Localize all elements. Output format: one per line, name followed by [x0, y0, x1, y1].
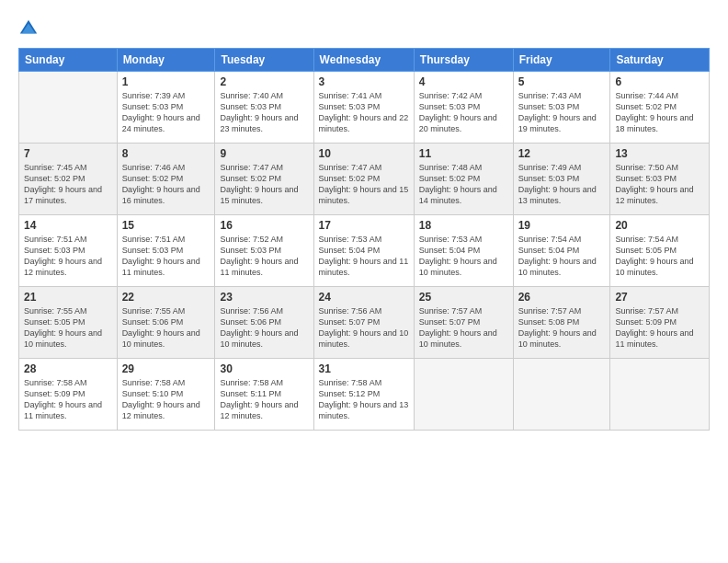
- calendar-day-cell: 27Sunrise: 7:57 AMSunset: 5:09 PMDayligh…: [610, 287, 710, 359]
- day-number: 9: [220, 147, 308, 160]
- logo: [18, 17, 41, 39]
- day-info: Sunrise: 7:44 AMSunset: 5:02 PMDaylight:…: [615, 90, 704, 135]
- day-info: Sunrise: 7:46 AMSunset: 5:02 PMDaylight:…: [122, 162, 210, 207]
- calendar-day-cell: 30Sunrise: 7:58 AMSunset: 5:11 PMDayligh…: [215, 359, 313, 431]
- calendar-week-row: 1Sunrise: 7:39 AMSunset: 5:03 PMDaylight…: [19, 72, 710, 144]
- day-info: Sunrise: 7:39 AMSunset: 5:03 PMDaylight:…: [122, 90, 210, 135]
- calendar-day-cell: 25Sunrise: 7:57 AMSunset: 5:07 PMDayligh…: [414, 287, 513, 359]
- day-number: 11: [419, 147, 508, 160]
- calendar-day-cell: [513, 359, 610, 431]
- calendar-day-cell: [19, 72, 118, 144]
- day-number: 1: [122, 75, 210, 88]
- calendar-day-cell: 28Sunrise: 7:58 AMSunset: 5:09 PMDayligh…: [19, 359, 118, 431]
- calendar-day-cell: 14Sunrise: 7:51 AMSunset: 5:03 PMDayligh…: [19, 215, 118, 287]
- day-info: Sunrise: 7:49 AMSunset: 5:03 PMDaylight:…: [518, 162, 606, 207]
- day-number: 15: [122, 219, 210, 232]
- day-info: Sunrise: 7:42 AMSunset: 5:03 PMDaylight:…: [419, 90, 508, 135]
- day-number: 28: [24, 362, 112, 375]
- calendar-week-row: 21Sunrise: 7:55 AMSunset: 5:05 PMDayligh…: [19, 287, 710, 359]
- day-info: Sunrise: 7:55 AMSunset: 5:05 PMDaylight:…: [24, 305, 112, 350]
- weekday-header: Thursday: [414, 49, 513, 72]
- day-number: 25: [419, 291, 508, 304]
- calendar-day-cell: 16Sunrise: 7:52 AMSunset: 5:03 PMDayligh…: [215, 215, 313, 287]
- calendar-day-cell: 8Sunrise: 7:46 AMSunset: 5:02 PMDaylight…: [117, 144, 215, 215]
- day-info: Sunrise: 7:47 AMSunset: 5:02 PMDaylight:…: [319, 162, 409, 207]
- calendar-day-cell: 11Sunrise: 7:48 AMSunset: 5:02 PMDayligh…: [414, 144, 513, 215]
- calendar-week-row: 7Sunrise: 7:45 AMSunset: 5:02 PMDaylight…: [19, 144, 710, 215]
- logo-icon: [18, 18, 39, 39]
- calendar-day-cell: 20Sunrise: 7:54 AMSunset: 5:05 PMDayligh…: [610, 215, 710, 287]
- weekday-header: Monday: [117, 49, 215, 72]
- weekday-header: Tuesday: [215, 49, 313, 72]
- calendar-day-cell: 26Sunrise: 7:57 AMSunset: 5:08 PMDayligh…: [513, 287, 610, 359]
- day-number: 5: [518, 75, 606, 88]
- day-number: 30: [220, 362, 308, 375]
- calendar-day-cell: 24Sunrise: 7:56 AMSunset: 5:07 PMDayligh…: [313, 287, 414, 359]
- weekday-header: Sunday: [19, 49, 118, 72]
- day-info: Sunrise: 7:54 AMSunset: 5:04 PMDaylight:…: [518, 234, 606, 279]
- header: [18, 17, 710, 39]
- day-info: Sunrise: 7:54 AMSunset: 5:05 PMDaylight:…: [615, 234, 704, 279]
- day-number: 16: [220, 219, 308, 232]
- calendar-day-cell: 15Sunrise: 7:51 AMSunset: 5:03 PMDayligh…: [117, 215, 215, 287]
- calendar-day-cell: 29Sunrise: 7:58 AMSunset: 5:10 PMDayligh…: [117, 359, 215, 431]
- day-info: Sunrise: 7:47 AMSunset: 5:02 PMDaylight:…: [220, 162, 308, 207]
- day-info: Sunrise: 7:53 AMSunset: 5:04 PMDaylight:…: [319, 234, 409, 279]
- day-number: 6: [615, 75, 704, 88]
- day-number: 8: [122, 147, 210, 160]
- day-info: Sunrise: 7:45 AMSunset: 5:02 PMDaylight:…: [24, 162, 112, 207]
- day-info: Sunrise: 7:57 AMSunset: 5:07 PMDaylight:…: [419, 305, 508, 350]
- calendar-day-cell: 4Sunrise: 7:42 AMSunset: 5:03 PMDaylight…: [414, 72, 513, 144]
- day-number: 2: [220, 75, 308, 88]
- day-number: 22: [122, 291, 210, 304]
- calendar-day-cell: 22Sunrise: 7:55 AMSunset: 5:06 PMDayligh…: [117, 287, 215, 359]
- day-info: Sunrise: 7:51 AMSunset: 5:03 PMDaylight:…: [122, 234, 210, 279]
- day-number: 4: [419, 75, 508, 88]
- day-info: Sunrise: 7:58 AMSunset: 5:11 PMDaylight:…: [220, 377, 308, 422]
- day-number: 27: [615, 291, 704, 304]
- day-info: Sunrise: 7:40 AMSunset: 5:03 PMDaylight:…: [220, 90, 308, 135]
- day-info: Sunrise: 7:56 AMSunset: 5:06 PMDaylight:…: [220, 305, 308, 350]
- day-number: 17: [319, 219, 409, 232]
- day-info: Sunrise: 7:48 AMSunset: 5:02 PMDaylight:…: [419, 162, 508, 207]
- weekday-header: Wednesday: [313, 49, 414, 72]
- day-number: 31: [319, 362, 409, 375]
- day-info: Sunrise: 7:43 AMSunset: 5:03 PMDaylight:…: [518, 90, 606, 135]
- calendar-day-cell: 10Sunrise: 7:47 AMSunset: 5:02 PMDayligh…: [313, 144, 414, 215]
- calendar-week-row: 14Sunrise: 7:51 AMSunset: 5:03 PMDayligh…: [19, 215, 710, 287]
- day-info: Sunrise: 7:55 AMSunset: 5:06 PMDaylight:…: [122, 305, 210, 350]
- day-number: 21: [24, 291, 112, 304]
- day-number: 10: [319, 147, 409, 160]
- calendar-day-cell: 13Sunrise: 7:50 AMSunset: 5:03 PMDayligh…: [610, 144, 710, 215]
- calendar-day-cell: 9Sunrise: 7:47 AMSunset: 5:02 PMDaylight…: [215, 144, 313, 215]
- calendar-day-cell: 7Sunrise: 7:45 AMSunset: 5:02 PMDaylight…: [19, 144, 118, 215]
- calendar-day-cell: 19Sunrise: 7:54 AMSunset: 5:04 PMDayligh…: [513, 215, 610, 287]
- day-info: Sunrise: 7:56 AMSunset: 5:07 PMDaylight:…: [319, 305, 409, 350]
- day-info: Sunrise: 7:58 AMSunset: 5:09 PMDaylight:…: [24, 377, 112, 422]
- day-info: Sunrise: 7:52 AMSunset: 5:03 PMDaylight:…: [220, 234, 308, 279]
- day-number: 14: [24, 219, 112, 232]
- page: SundayMondayTuesdayWednesdayThursdayFrid…: [0, 0, 728, 563]
- calendar-day-cell: [414, 359, 513, 431]
- weekday-header: Friday: [513, 49, 610, 72]
- day-info: Sunrise: 7:50 AMSunset: 5:03 PMDaylight:…: [615, 162, 704, 207]
- calendar-header-row: SundayMondayTuesdayWednesdayThursdayFrid…: [19, 49, 710, 72]
- calendar-day-cell: 12Sunrise: 7:49 AMSunset: 5:03 PMDayligh…: [513, 144, 610, 215]
- calendar-day-cell: 2Sunrise: 7:40 AMSunset: 5:03 PMDaylight…: [215, 72, 313, 144]
- calendar-day-cell: 6Sunrise: 7:44 AMSunset: 5:02 PMDaylight…: [610, 72, 710, 144]
- calendar-day-cell: 31Sunrise: 7:58 AMSunset: 5:12 PMDayligh…: [313, 359, 414, 431]
- calendar-day-cell: 18Sunrise: 7:53 AMSunset: 5:04 PMDayligh…: [414, 215, 513, 287]
- calendar-day-cell: 1Sunrise: 7:39 AMSunset: 5:03 PMDaylight…: [117, 72, 215, 144]
- day-number: 12: [518, 147, 606, 160]
- weekday-header: Saturday: [610, 49, 710, 72]
- day-number: 18: [419, 219, 508, 232]
- day-info: Sunrise: 7:57 AMSunset: 5:09 PMDaylight:…: [615, 305, 704, 350]
- day-number: 23: [220, 291, 308, 304]
- day-number: 3: [319, 75, 409, 88]
- day-info: Sunrise: 7:58 AMSunset: 5:10 PMDaylight:…: [122, 377, 210, 422]
- calendar-week-row: 28Sunrise: 7:58 AMSunset: 5:09 PMDayligh…: [19, 359, 710, 431]
- calendar-day-cell: 21Sunrise: 7:55 AMSunset: 5:05 PMDayligh…: [19, 287, 118, 359]
- calendar-day-cell: 5Sunrise: 7:43 AMSunset: 5:03 PMDaylight…: [513, 72, 610, 144]
- calendar-day-cell: [610, 359, 710, 431]
- day-number: 20: [615, 219, 704, 232]
